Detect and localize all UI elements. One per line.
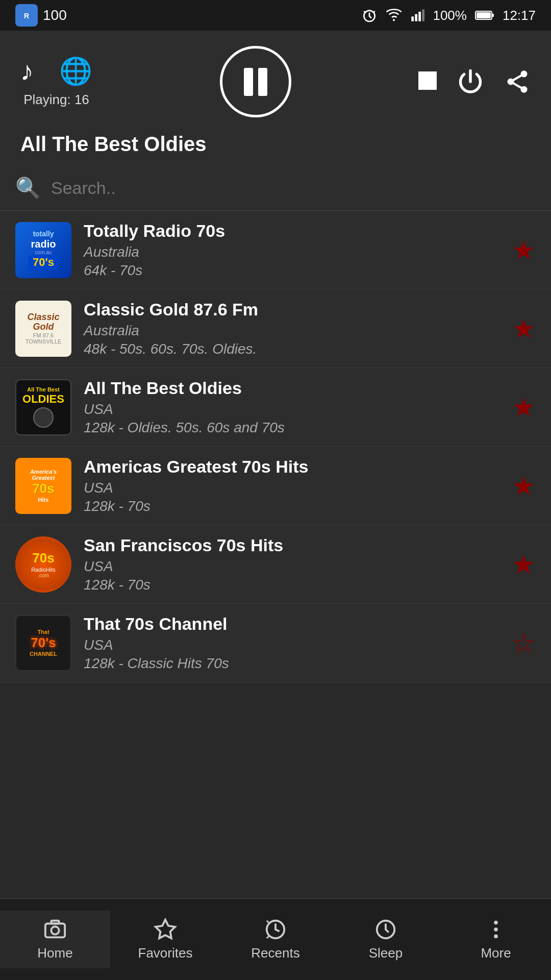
svg-point-24 — [494, 935, 498, 939]
station-country-1: Australia — [84, 244, 499, 260]
player-left-icons-row: ♪ 🌐 — [20, 56, 92, 87]
player-left-info: ♪ 🌐 Playing: 16 — [20, 56, 92, 108]
station-star-1[interactable]: ★ — [512, 235, 536, 265]
svg-point-17 — [51, 926, 59, 934]
nav-home[interactable]: Home — [0, 911, 110, 968]
svg-line-15 — [511, 82, 524, 89]
station-info-3: All The Best Oldies USA 128k - Oldies. 5… — [71, 378, 512, 436]
now-playing-title: All The Best Oldies — [20, 133, 531, 156]
svg-rect-10 — [477, 12, 491, 18]
nav-recents-label: Recents — [251, 945, 299, 961]
station-info-4: Americas Greatest 70s Hits USA 128k - 70… — [71, 457, 512, 514]
status-bar: R 100 100% 1 — [0, 0, 551, 31]
playing-label: Playing: 16 — [23, 92, 89, 108]
station-country-5: USA — [84, 558, 499, 575]
favorites-star-icon — [154, 918, 177, 941]
svg-point-22 — [494, 921, 498, 925]
station-logo-3: All The Best OLDIES — [15, 379, 71, 435]
clock-time: 12:17 — [503, 8, 536, 23]
music-note-icon[interactable]: ♪ — [20, 56, 34, 87]
station-star-4[interactable]: ★ — [512, 471, 536, 501]
station-star-6[interactable]: ☆ — [512, 628, 536, 658]
sleep-clock-icon — [374, 918, 397, 941]
battery-icon — [475, 10, 494, 21]
station-info-5: San Franciscos 70s Hits USA 128k - 70s — [71, 535, 512, 593]
station-item[interactable]: America's Greatest 70s Hits Americas Gre… — [0, 447, 551, 525]
search-icon: 🔍 — [15, 176, 41, 200]
stop-button[interactable] — [418, 71, 437, 92]
nav-sleep[interactable]: Sleep — [331, 911, 441, 968]
search-bar: 🔍 — [0, 166, 551, 211]
station-logo-6: That 70's CHANNEL — [15, 615, 71, 671]
nav-home-label: Home — [37, 945, 72, 961]
signal-icon — [410, 8, 424, 22]
station-name-1: Totally Radio 70s — [84, 221, 499, 241]
svg-text:R: R — [24, 12, 29, 20]
svg-line-14 — [511, 74, 524, 82]
player-controls: ♪ 🌐 Playing: 16 — [20, 46, 531, 117]
nav-more-label: More — [481, 945, 511, 961]
station-country-3: USA — [84, 401, 499, 418]
bottom-nav: Home Favorites Recents Sleep More — [0, 898, 551, 980]
station-bitrate-3: 128k - Oldies. 50s. 60s and 70s — [84, 420, 499, 436]
app-icon: R — [15, 4, 38, 27]
station-name-2: Classic Gold 87.6 Fm — [84, 300, 499, 320]
station-name-4: Americas Greatest 70s Hits — [84, 457, 499, 477]
svg-rect-18 — [51, 921, 59, 924]
svg-rect-5 — [415, 14, 418, 21]
station-info-1: Totally Radio 70s Australia 64k - 70s — [71, 221, 512, 279]
station-logo-1: totally radio com.au 70's — [15, 222, 71, 278]
station-bitrate-2: 48k - 50s. 60s. 70s. Oldies. — [84, 341, 499, 357]
station-info-6: That 70s Channel USA 128k - Classic Hits… — [71, 614, 512, 672]
station-name-5: San Franciscos 70s Hits — [84, 535, 499, 555]
wifi-icon — [386, 7, 402, 23]
status-right: 100% 12:17 — [361, 7, 536, 23]
globe-icon[interactable]: 🌐 — [59, 56, 92, 87]
station-logo-5: 70s RadioHits .com — [15, 536, 71, 593]
share-button[interactable] — [504, 68, 531, 95]
battery-level: 100% — [433, 8, 467, 23]
station-name-6: That 70s Channel — [84, 614, 499, 634]
power-button[interactable] — [457, 68, 484, 95]
svg-marker-19 — [156, 920, 175, 938]
home-camera-icon — [43, 918, 67, 941]
station-logo-4: America's Greatest 70s Hits — [15, 458, 71, 514]
nav-sleep-label: Sleep — [369, 945, 403, 961]
station-bitrate-1: 64k - 70s — [84, 262, 499, 279]
station-country-6: USA — [84, 637, 499, 653]
station-item[interactable]: Classic Gold FM 87.6 TOWNSVILLE Classic … — [0, 289, 551, 368]
station-star-3[interactable]: ★ — [512, 392, 536, 423]
station-info-2: Classic Gold 87.6 Fm Australia 48k - 50s… — [71, 300, 512, 357]
station-bitrate-5: 128k - 70s — [84, 577, 499, 593]
station-name-3: All The Best Oldies — [84, 378, 499, 398]
status-left: R 100 — [15, 4, 67, 27]
station-item[interactable]: All The Best OLDIES All The Best Oldies … — [0, 368, 551, 447]
player-header: ♪ 🌐 Playing: 16 — [0, 31, 551, 166]
pause-icon — [244, 68, 267, 96]
nav-favorites[interactable]: Favorites — [110, 911, 220, 968]
svg-rect-7 — [422, 9, 425, 21]
station-list: totally radio com.au 70's Totally Radio … — [0, 211, 551, 915]
station-logo-2: Classic Gold FM 87.6 TOWNSVILLE — [15, 301, 71, 357]
svg-rect-6 — [419, 12, 421, 21]
alarm-icon — [361, 7, 378, 23]
player-right-icons — [418, 68, 531, 95]
station-item[interactable]: That 70's CHANNEL That 70s Channel USA 1… — [0, 604, 551, 682]
recents-history-icon — [264, 918, 287, 941]
station-item[interactable]: 70s RadioHits .com San Franciscos 70s Hi… — [0, 525, 551, 604]
station-bitrate-4: 128k - 70s — [84, 498, 499, 514]
svg-rect-4 — [412, 16, 414, 21]
station-star-2[interactable]: ★ — [512, 313, 536, 344]
station-country-4: USA — [84, 480, 499, 496]
pause-button[interactable] — [220, 46, 291, 117]
station-bitrate-6: 128k - Classic Hits 70s — [84, 655, 499, 672]
svg-point-23 — [494, 927, 498, 932]
svg-point-3 — [393, 19, 395, 21]
search-input[interactable] — [51, 178, 536, 198]
station-item[interactable]: totally radio com.au 70's Totally Radio … — [0, 211, 551, 289]
more-dots-icon — [484, 918, 508, 941]
nav-recents[interactable]: Recents — [220, 911, 331, 968]
nav-favorites-label: Favorites — [138, 945, 193, 961]
nav-more[interactable]: More — [441, 911, 551, 968]
station-star-5[interactable]: ★ — [512, 549, 536, 580]
